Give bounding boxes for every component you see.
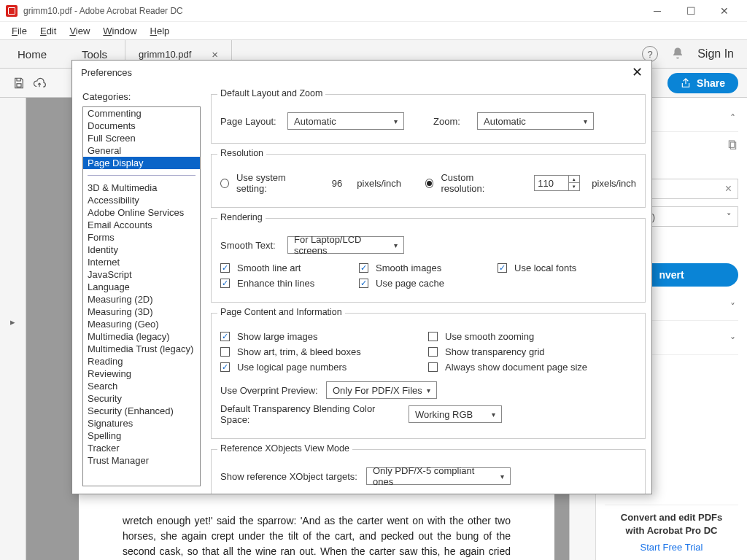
app-icon [6,5,18,17]
signin-button[interactable]: Sign In [697,47,734,61]
cb-show-large-images[interactable] [220,332,230,341]
dialog-close-icon[interactable]: ✕ [632,64,643,80]
category-item[interactable]: Commenting [83,107,200,120]
dialog-title: Preferences [81,67,632,78]
cb-show-art-trim-bleed[interactable] [220,347,230,357]
cb-smooth-images[interactable] [359,263,368,273]
cb-smooth-line-art[interactable] [220,263,230,273]
chevron-down-icon: ▾ [492,411,495,419]
category-item[interactable]: Multimedia (legacy) [83,330,200,343]
start-free-trial-link[interactable]: Start Free Trial [605,542,738,553]
pages-icon[interactable] [727,139,738,153]
close-icon: × [725,182,732,195]
chevron-down-icon: ▾ [584,117,587,125]
category-item[interactable]: 3D & Multimedia [83,182,200,194]
category-item[interactable]: Measuring (3D) [83,306,200,318]
smooth-text-select[interactable]: For Laptop/LCD screens▾ [287,236,404,254]
category-item[interactable]: Reading [83,355,200,368]
reference-targets-select[interactable]: Only PDF/X-5 compliant ones▾ [366,467,511,485]
category-item[interactable]: Full Screen [83,132,200,144]
close-button[interactable]: ✕ [708,0,741,22]
cb-page-cache[interactable] [359,279,368,288]
use-system-radio[interactable] [220,179,229,188]
cb-smooth-zooming[interactable] [428,332,438,341]
category-item[interactable]: Identity [83,244,200,256]
menu-file[interactable]: File [6,24,33,38]
custom-resolution-input[interactable]: 110 [534,175,569,191]
zoom-label: Zoom: [433,116,470,127]
chevron-down-icon: ▾ [394,117,398,125]
category-item[interactable]: Language [83,281,200,293]
categories-list[interactable]: CommentingDocumentsFull ScreenGeneralPag… [82,106,201,486]
svg-rect-0 [17,83,21,87]
category-item[interactable]: Reviewing [83,368,200,380]
custom-resolution-radio[interactable] [425,179,434,188]
document-text: wretch enough yet!' said the sparrow: 'A… [123,513,511,560]
group-rendering: Rendering Smooth Text: For Laptop/LCD sc… [211,218,646,303]
categories-label: Categories: [82,91,201,102]
resolution-spinner[interactable]: ▴▾ [569,175,580,191]
share-label: Share [697,77,725,89]
minimize-button[interactable]: ─ [640,0,674,22]
category-item[interactable]: Spelling [83,429,200,442]
cloud-icon[interactable] [29,77,50,90]
category-item[interactable]: Documents [83,120,200,132]
blending-select[interactable]: Working RGB▾ [409,405,502,423]
categories-pane: Categories: CommentingDocumentsFull Scre… [72,84,208,494]
share-button[interactable]: Share [667,73,738,93]
cb-enhance-thin-lines[interactable] [220,279,230,288]
cb-logical-page-numbers[interactable] [220,362,230,372]
category-item[interactable]: Page Display [83,157,200,169]
category-item[interactable]: Email Accounts [83,219,200,231]
cb-transparency-grid[interactable] [428,347,438,357]
chevron-up-icon: ˄ [730,112,735,124]
category-item[interactable]: Adobe Online Services [83,206,200,219]
svg-rect-1 [729,141,734,147]
category-item[interactable]: Tracker [83,442,200,454]
category-item[interactable]: JavaScript [83,268,200,281]
group-reference-xobjects: Reference XObjects View Mode Show refere… [211,449,646,494]
category-item[interactable]: Security [83,392,200,405]
save-icon[interactable] [9,77,29,90]
page-layout-select[interactable]: Automatic▾ [287,112,404,130]
category-item[interactable]: Search [83,380,200,392]
menu-edit[interactable]: Edit [34,24,62,38]
svg-rect-2 [730,142,735,149]
zoom-select[interactable]: Automatic▾ [477,112,594,130]
category-item[interactable]: Security (Enhanced) [83,405,200,417]
settings-pane: Default Layout and Zoom Page Layout: Aut… [208,84,651,494]
menu-view[interactable]: View [63,24,96,38]
tab-home[interactable]: Home [0,40,64,68]
chevron-down-icon: ˅ [730,335,735,347]
category-item[interactable]: Forms [83,231,200,244]
menubar: File Edit View Window Help [0,22,747,39]
group-page-content: Page Content and Information Show large … [211,313,646,439]
bell-icon[interactable] [671,47,684,62]
chevron-right-icon[interactable]: ▸ [10,316,15,327]
category-item[interactable]: Multimedia Trust (legacy) [83,343,200,355]
category-item[interactable]: Internet [83,256,200,268]
menu-help[interactable]: Help [144,24,176,38]
chevron-down-icon: ▾ [427,386,430,394]
promo: Convert and edit PDFs with Acrobat Pro D… [605,505,738,553]
page-layout-label: Page Layout: [220,116,280,127]
dialog-header: Preferences ✕ [72,61,651,84]
titlebar: grimm10.pdf - Adobe Acrobat Reader DC ─ … [0,0,747,22]
menu-window[interactable]: Window [97,24,142,38]
overprint-select[interactable]: Only For PDF/X Files▾ [326,381,437,399]
category-item[interactable]: Measuring (Geo) [83,318,200,330]
chevron-down-icon: ▾ [394,241,398,249]
window-title: grimm10.pdf - Adobe Acrobat Reader DC [23,6,640,16]
category-item[interactable]: Accessibility [83,194,200,206]
category-item[interactable]: Measuring (2D) [83,293,200,306]
category-item[interactable]: Trust Manager [83,454,200,467]
category-item[interactable]: General [83,144,200,157]
category-item[interactable]: Signatures [83,417,200,429]
maximize-button[interactable]: ☐ [674,0,708,22]
tab-close-icon[interactable]: × [212,48,218,61]
group-resolution: Resolution Use system setting: 96 pixels… [211,154,646,208]
chevron-down-icon: ˅ [727,211,732,222]
cb-always-doc-size[interactable] [428,362,438,372]
cb-local-fonts[interactable] [498,263,507,273]
chevron-down-icon: ▾ [500,472,504,481]
